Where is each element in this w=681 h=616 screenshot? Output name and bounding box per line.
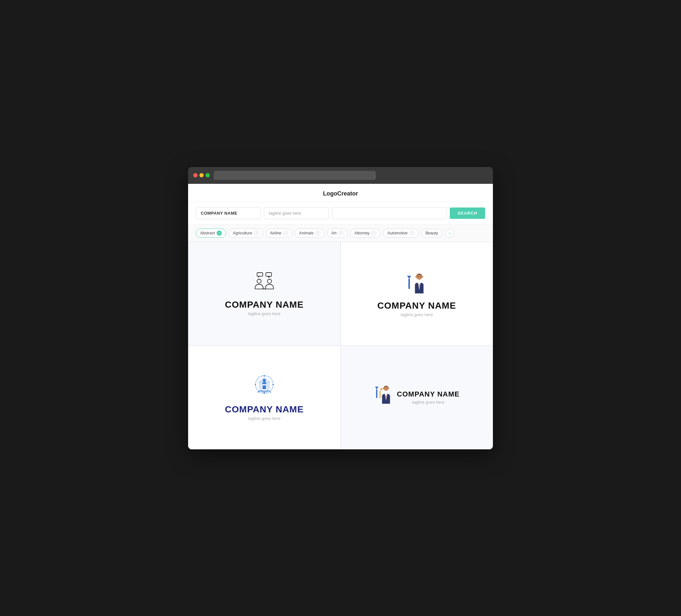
svg-point-14 bbox=[420, 276, 421, 277]
logo-grid: COMPANY NAME tagline goes here bbox=[188, 242, 493, 450]
category-chip-art[interactable]: Art ✓ bbox=[327, 229, 348, 238]
logo-tagline-4: tagline goes here bbox=[397, 400, 459, 405]
svg-point-19 bbox=[263, 379, 266, 382]
category-chip-airline[interactable]: Airline ✓ bbox=[266, 229, 293, 238]
svg-point-11 bbox=[415, 276, 417, 278]
check-icon-animals: ✓ bbox=[315, 231, 320, 236]
svg-point-22 bbox=[255, 384, 256, 385]
category-label: Airline bbox=[270, 231, 281, 235]
category-label: Agriculture bbox=[233, 231, 252, 235]
svg-point-12 bbox=[422, 276, 423, 278]
svg-rect-25 bbox=[375, 386, 378, 387]
logo-card-1[interactable]: COMPANY NAME tagline goes here bbox=[188, 242, 340, 345]
url-bar[interactable] bbox=[214, 171, 376, 180]
svg-rect-2 bbox=[266, 273, 272, 276]
maximize-button[interactable] bbox=[206, 173, 210, 177]
search-button[interactable]: SEARCH bbox=[450, 207, 485, 219]
check-icon-art: ✓ bbox=[338, 231, 344, 236]
check-icon-automotive: ✓ bbox=[409, 231, 414, 236]
category-label: Attorney bbox=[354, 231, 370, 235]
browser-titlebar bbox=[188, 167, 493, 184]
svg-marker-3 bbox=[268, 276, 270, 278]
logo-text-group-4: COMPANY NAME tagline goes here bbox=[397, 390, 459, 405]
svg-rect-6 bbox=[262, 288, 267, 289]
category-chip-attorney[interactable]: Attorney ✓ bbox=[350, 229, 381, 238]
tagline-input[interactable] bbox=[264, 207, 329, 219]
svg-point-20 bbox=[263, 375, 265, 377]
category-bar: Abstract ✓ Agriculture ✓ Airline ✓ Anima… bbox=[188, 225, 493, 242]
company-name-input[interactable] bbox=[196, 207, 261, 219]
logo-company-name-4: COMPANY NAME bbox=[397, 390, 459, 399]
svg-rect-18 bbox=[263, 385, 266, 389]
svg-point-31 bbox=[386, 388, 387, 388]
category-label: Abstract bbox=[200, 231, 215, 235]
logo-card-3[interactable]: COMPANY NAME tagline goes here bbox=[188, 345, 340, 450]
logo-icon-area-3 bbox=[251, 374, 277, 400]
check-icon-abstract: ✓ bbox=[217, 231, 222, 236]
category-chip-abstract[interactable]: Abstract ✓ bbox=[196, 229, 226, 238]
check-icon-attorney: ✓ bbox=[371, 231, 376, 236]
category-label: Automotive bbox=[387, 231, 408, 235]
app-title: LogoCreator bbox=[323, 190, 358, 197]
svg-rect-9 bbox=[407, 276, 411, 276]
app-header: LogoCreator bbox=[188, 184, 493, 202]
svg-point-23 bbox=[272, 384, 274, 385]
category-chip-animals[interactable]: Animals ✓ bbox=[295, 229, 324, 238]
svg-point-13 bbox=[418, 276, 419, 277]
minimize-button[interactable] bbox=[199, 173, 204, 177]
svg-point-7 bbox=[268, 279, 272, 283]
logo-company-name-2: COMPANY NAME bbox=[377, 301, 456, 311]
browser-content: LogoCreator SEARCH Abstract ✓ Agricultur… bbox=[188, 184, 493, 450]
logo-icon-area-4 bbox=[374, 384, 392, 406]
logo-company-name-3: COMPANY NAME bbox=[225, 404, 304, 415]
svg-point-29 bbox=[388, 387, 389, 389]
search-bar: SEARCH bbox=[188, 202, 493, 225]
svg-rect-24 bbox=[376, 389, 377, 398]
close-button[interactable] bbox=[193, 173, 198, 177]
logo-card-4[interactable]: COMPANY NAME tagline goes here bbox=[340, 345, 493, 450]
logo-card-2[interactable]: COMPANY NAME tagline goes here bbox=[340, 242, 493, 345]
svg-rect-0 bbox=[257, 273, 263, 276]
category-label: Beauty bbox=[426, 231, 438, 235]
category-chip-agriculture[interactable]: Agriculture ✓ bbox=[229, 229, 263, 238]
logo-tagline-3: tagline goes here bbox=[248, 416, 280, 421]
keyword-input[interactable] bbox=[332, 207, 447, 219]
logo-icon-area-1 bbox=[251, 271, 277, 295]
logo-tagline-2: tagline goes here bbox=[401, 312, 433, 317]
category-chip-beauty[interactable]: Beauty bbox=[421, 229, 442, 237]
svg-point-4 bbox=[257, 279, 261, 283]
svg-point-28 bbox=[383, 387, 384, 389]
svg-rect-26 bbox=[379, 391, 380, 398]
traffic-lights bbox=[193, 173, 210, 177]
category-label: Art bbox=[331, 231, 336, 235]
logo-tagline-1: tagline goes here bbox=[248, 311, 280, 316]
check-icon-agriculture: ✓ bbox=[254, 231, 259, 236]
svg-point-30 bbox=[385, 388, 385, 388]
browser-window: LogoCreator SEARCH Abstract ✓ Agricultur… bbox=[188, 167, 493, 450]
category-label: Animals bbox=[299, 231, 313, 235]
next-categories-button[interactable]: → bbox=[445, 229, 454, 238]
logo-company-name-1: COMPANY NAME bbox=[225, 300, 304, 310]
category-chip-automotive[interactable]: Automotive ✓ bbox=[383, 229, 419, 238]
svg-rect-8 bbox=[408, 279, 410, 288]
check-icon-airline: ✓ bbox=[283, 231, 288, 236]
logo-icon-area-2 bbox=[405, 271, 428, 296]
svg-point-21 bbox=[263, 392, 265, 393]
